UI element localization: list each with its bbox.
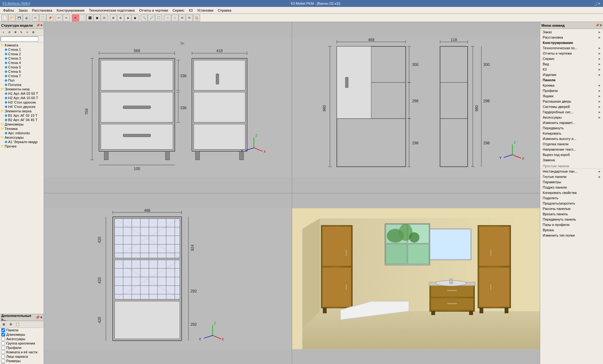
toolbar-btn-21[interactable]: ↕ bbox=[171, 14, 178, 21]
cmd-menu-item[interactable]: Вырез под короб bbox=[541, 152, 602, 158]
toolbar-btn-undo[interactable]: ↩ bbox=[56, 14, 62, 21]
tree-item[interactable]: 🔷Стена 6 bbox=[1, 69, 43, 74]
structure-pin-icon[interactable]: 📌 bbox=[36, 24, 40, 27]
toolbar-btn-16[interactable]: ◉ bbox=[132, 14, 139, 21]
maximize-button[interactable]: □ bbox=[596, 2, 599, 5]
menu-help[interactable]: Справка bbox=[216, 8, 233, 13]
cmd-menu-item[interactable]: Ящики▶ bbox=[541, 94, 602, 99]
search-input[interactable] bbox=[1, 36, 38, 41]
cmd-menu-item[interactable]: Вид▶ bbox=[541, 62, 602, 67]
tree-item[interactable]: 🔷Стена 3 bbox=[1, 56, 43, 61]
toolbar-btn-22[interactable]: ⟲ bbox=[179, 14, 186, 21]
tree-item[interactable]: 🔷А1 'Зеркало квадр bbox=[1, 140, 43, 144]
toolbar-btn-23[interactable]: ⟳ bbox=[186, 14, 193, 21]
viewport-top-left[interactable]: 568 704 336 336 100 bbox=[44, 22, 292, 193]
toolbar-btn-7[interactable]: 📌 bbox=[46, 14, 53, 21]
toolbar-btn-11[interactable]: ▣ bbox=[94, 14, 100, 21]
cmd-menu-item[interactable]: Профили▶ bbox=[541, 88, 602, 94]
cmd-menu-item[interactable]: Технологическая по...▶ bbox=[541, 46, 602, 51]
cmd-menu-item[interactable]: Заказ▶ bbox=[541, 29, 602, 35]
toolbar-btn-2[interactable]: 📂 bbox=[8, 14, 15, 21]
additional-checkbox[interactable] bbox=[1, 333, 5, 336]
tree-item[interactable]: 🔷Потолок bbox=[1, 83, 43, 87]
cmd-menu-item[interactable]: Врезать панель bbox=[541, 211, 602, 217]
cmd-menu-item[interactable]: Конструирование bbox=[541, 40, 602, 46]
tree-item[interactable]: 🔷Н4 'Стол двухсек bbox=[1, 104, 43, 109]
cmd-menu-item[interactable]: Параметры bbox=[541, 179, 602, 185]
st-btn-eye[interactable]: 👁 bbox=[13, 29, 18, 35]
cmd-menu-item[interactable]: Передвинуть панель bbox=[541, 217, 602, 222]
tree-item[interactable]: 🔷Стена 1 bbox=[1, 47, 43, 52]
toolbar-btn-10[interactable]: ⬛ bbox=[86, 14, 93, 21]
toolbar-btn-14[interactable]: ⊗ bbox=[117, 14, 124, 21]
menu-tech[interactable]: Технологическая подготовка bbox=[87, 8, 137, 13]
additional-checkbox[interactable] bbox=[1, 346, 5, 350]
toolbar-btn-9[interactable]: ⬜ bbox=[79, 14, 86, 21]
add-icon-2[interactable]: ⚙ bbox=[8, 321, 14, 328]
toolbar-btn-15[interactable]: ◈ bbox=[124, 14, 131, 21]
cmd-menu-item[interactable]: Поделить bbox=[541, 195, 602, 201]
tree-item[interactable]: 🔷Стена 5 bbox=[1, 65, 43, 69]
cmd-menu-item[interactable]: Замена bbox=[541, 158, 602, 163]
toolbar-btn-3[interactable]: 💾 bbox=[16, 14, 23, 21]
additional-checkbox[interactable] bbox=[1, 359, 5, 363]
additional-close-icon[interactable]: × bbox=[41, 315, 42, 319]
menu-order[interactable]: Заказ bbox=[17, 8, 30, 13]
st-btn-x[interactable]: ✕ bbox=[24, 29, 30, 35]
st-btn-edit[interactable]: ✎ bbox=[19, 29, 24, 35]
commands-pin-icon[interactable]: 📌 bbox=[595, 24, 599, 27]
menu-service[interactable]: Сервис bbox=[171, 8, 187, 13]
cmd-menu-item[interactable]: Изделие▶ bbox=[541, 72, 602, 78]
toolbar-btn-13[interactable]: ⊕ bbox=[110, 14, 117, 21]
tree-item[interactable]: 📁Длиномеры bbox=[1, 122, 43, 126]
cmd-menu-item[interactable]: Гардеробные сис...▶ bbox=[541, 110, 602, 115]
cmd-menu-item[interactable]: Нестандартные пан...▶ bbox=[541, 169, 602, 174]
cmd-menu-item[interactable]: Сервис▶ bbox=[541, 56, 602, 62]
cmd-menu-item[interactable]: Кромка▶ bbox=[541, 83, 602, 88]
tree-item[interactable]: 📁Комната bbox=[1, 43, 43, 47]
tree-item[interactable]: 📁Элементы верха bbox=[1, 109, 43, 113]
toolbar-btn-17[interactable]: 🔍 bbox=[141, 14, 148, 21]
menu-placement[interactable]: Расстановка bbox=[30, 8, 54, 13]
additional-checkbox[interactable] bbox=[1, 337, 5, 341]
tree-item[interactable]: 📁Аксессуары bbox=[1, 135, 43, 140]
cmd-menu-item[interactable]: Пазы и профили bbox=[541, 222, 602, 228]
cmd-menu-item[interactable]: Распашная дверь▶ bbox=[541, 99, 602, 104]
st-btn-refresh[interactable]: ↺ bbox=[7, 29, 12, 35]
cmd-menu-item[interactable]: Отчеты и чертежи▶ bbox=[541, 51, 602, 56]
cmd-menu-item[interactable]: Подрез панели bbox=[541, 185, 602, 190]
tree-item[interactable]: 🔷В2 Арт.:АГ 04 45 Т bbox=[1, 118, 43, 122]
menu-construction[interactable]: Конструирование bbox=[55, 8, 86, 13]
cmd-menu-item[interactable]: Направление текст... bbox=[541, 147, 602, 152]
tree-item[interactable]: 🔷Стена 2 bbox=[1, 52, 43, 56]
cmd-menu-item[interactable]: Копировать свойства bbox=[541, 190, 602, 195]
tree-item[interactable]: 🔷Пол bbox=[1, 78, 43, 83]
cmd-menu-item[interactable]: К3▶ bbox=[541, 67, 602, 72]
cmd-menu-item[interactable]: Рассечь панелью bbox=[541, 206, 602, 211]
add-icon-1[interactable]: ⊞ bbox=[1, 321, 7, 328]
menu-k3[interactable]: К3 bbox=[187, 8, 195, 13]
menu-reports[interactable]: Отчеты и чертежи bbox=[137, 8, 170, 13]
additional-checkbox[interactable] bbox=[1, 341, 5, 345]
toolbar-btn-redo[interactable]: ↪ bbox=[63, 14, 70, 21]
cmd-menu-item[interactable]: Изменить тип полки bbox=[541, 233, 602, 238]
toolbar-btn-6[interactable]: 📋 bbox=[39, 14, 46, 21]
tree-item[interactable]: 🔷В1 Арт.:АГ 02 15 Т bbox=[1, 113, 43, 118]
tree-item[interactable]: 📁Элементы низа bbox=[1, 87, 43, 91]
toolbar-btn-1[interactable]: 📄 bbox=[1, 14, 8, 21]
toolbar-btn-8[interactable]: ✕ bbox=[72, 14, 79, 21]
viewport-bottom-left[interactable]: 468 420 420 420 924 292 292 Z X bbox=[44, 193, 292, 364]
menu-files[interactable]: Файлы bbox=[1, 8, 16, 13]
cmd-menu-item[interactable]: Панели bbox=[541, 78, 602, 83]
cmd-menu-item[interactable]: Передвинуть bbox=[541, 126, 602, 131]
cmd-menu-item[interactable]: Продлить/укоротить bbox=[541, 201, 602, 206]
cmd-menu-item[interactable]: Аксессуары▶ bbox=[541, 115, 602, 120]
close-button[interactable]: × bbox=[599, 2, 600, 5]
commands-close-icon[interactable]: × bbox=[600, 24, 602, 27]
cmd-menu-item[interactable]: Изменить высоту и... bbox=[541, 136, 602, 142]
toolbar-btn-12[interactable]: ⊡ bbox=[101, 14, 108, 21]
tree-item[interactable]: 🔷Н1 Арт.:АА 03 50 Т bbox=[1, 91, 43, 96]
cmd-menu-item[interactable]: Расстановка▶ bbox=[541, 35, 602, 40]
tree-item[interactable]: 🔷Н3 'Стол односек bbox=[1, 100, 43, 104]
cmd-menu-item[interactable]: Отделка панели bbox=[541, 142, 602, 147]
